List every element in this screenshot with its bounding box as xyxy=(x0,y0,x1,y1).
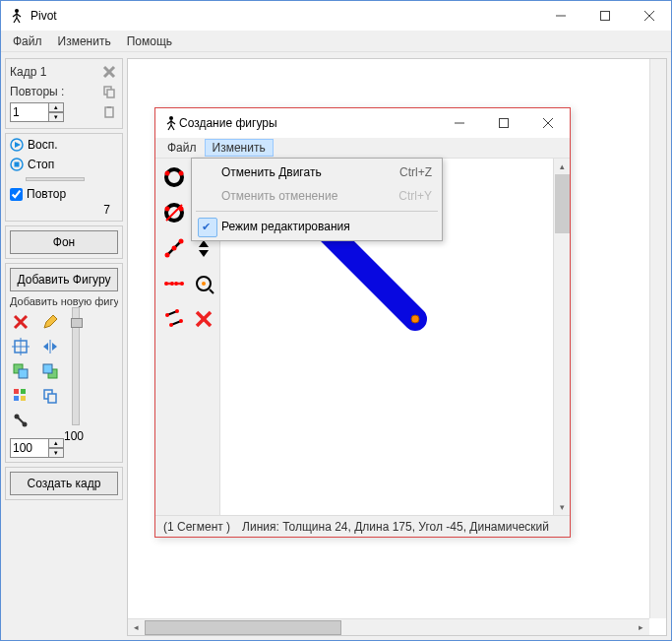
scroll-down-icon[interactable]: ▾ xyxy=(554,499,571,515)
opacity-slider[interactable] xyxy=(72,307,80,425)
tool-delete-seg-icon[interactable] xyxy=(193,308,214,330)
maximize-button[interactable] xyxy=(582,2,627,31)
child-menu-file[interactable]: Файл xyxy=(159,139,205,157)
svg-line-41 xyxy=(17,417,25,424)
edit-mode-label: Режим редактирования xyxy=(221,220,350,233)
child-statusbar: (1 Сегмент ) Линия: Толщина 24, Длина 17… xyxy=(155,515,570,537)
menu-edit[interactable]: Изменить xyxy=(50,32,119,50)
child-app-icon xyxy=(163,115,179,131)
main-title: Pivot xyxy=(31,9,538,23)
svg-point-70 xyxy=(170,282,174,286)
tool-front-icon[interactable] xyxy=(10,360,31,382)
menu-help[interactable]: Помощь xyxy=(119,32,180,50)
svg-marker-22 xyxy=(44,315,57,328)
tool-grid: ▴▾ xyxy=(10,311,64,458)
scale-input[interactable] xyxy=(10,438,49,458)
svg-rect-32 xyxy=(43,364,52,373)
status-line: Линия: Толщина 24, Длина 175, Угол -45, … xyxy=(242,520,549,534)
child-vscroll[interactable]: ▴ ▾ xyxy=(553,159,570,515)
tool-center-icon[interactable] xyxy=(10,336,31,357)
svg-rect-19 xyxy=(15,162,20,167)
canvas-hscroll[interactable]: ◂ ▸ xyxy=(128,618,649,635)
child-titlebar[interactable]: Создание фигуры xyxy=(155,108,570,138)
repeat-label: Повтор xyxy=(27,187,66,201)
tool-copy-icon[interactable] xyxy=(39,385,61,407)
close-button[interactable] xyxy=(627,2,671,31)
main-menubar: Файл Изменить Помощь xyxy=(1,31,671,52)
svg-point-81 xyxy=(179,319,183,323)
speed-slider[interactable] xyxy=(26,177,85,181)
repeats-input[interactable] xyxy=(10,102,49,122)
status-segments: (1 Сегмент ) xyxy=(163,520,230,534)
svg-rect-13 xyxy=(107,90,114,97)
child-menu-edit[interactable]: Изменить xyxy=(205,139,274,157)
play-label: Восп. xyxy=(28,138,58,152)
child-minimize-button[interactable] xyxy=(437,109,481,138)
svg-marker-26 xyxy=(43,343,48,351)
svg-point-78 xyxy=(165,313,169,317)
tool-static-icon[interactable] xyxy=(163,237,185,259)
main-titlebar[interactable]: Pivot xyxy=(1,1,671,31)
child-maximize-button[interactable] xyxy=(481,109,525,138)
child-title: Создание фигуры xyxy=(179,116,437,130)
redo-shortcut: Ctrl+Y xyxy=(398,189,432,203)
svg-rect-36 xyxy=(21,396,26,401)
tool-delete-icon[interactable] xyxy=(10,311,31,333)
tool-join-icon[interactable] xyxy=(10,410,31,431)
svg-rect-33 xyxy=(14,389,19,394)
svg-line-5 xyxy=(17,18,20,23)
svg-point-69 xyxy=(164,282,168,286)
scale-readout: 100 xyxy=(64,429,84,443)
check-icon: ✔ xyxy=(202,221,211,233)
edit-mode-item[interactable]: ✔ Режим редактирования xyxy=(194,215,440,238)
svg-marker-17 xyxy=(15,142,21,148)
repeat-checkbox[interactable] xyxy=(10,188,23,201)
tool-back-icon[interactable] xyxy=(39,360,61,382)
stop-button[interactable]: Стоп xyxy=(10,158,118,171)
window-buttons xyxy=(538,2,671,31)
left-panel: Кадр 1 Повторы : ▴▾ xyxy=(1,52,127,640)
tool-circle-icon[interactable] xyxy=(163,166,185,188)
undo-shortcut: Ctrl+Z xyxy=(399,165,432,179)
background-button[interactable]: Фон xyxy=(10,230,118,254)
dropdown-separator xyxy=(196,211,438,212)
add-figure-button[interactable]: Добавить Фигуру xyxy=(10,268,118,291)
tool-flip-icon[interactable] xyxy=(39,336,61,357)
svg-point-71 xyxy=(174,282,178,286)
tool-duplicate-icon[interactable] xyxy=(163,308,185,330)
svg-point-85 xyxy=(411,315,419,323)
undo-label: Отменить Двигать xyxy=(221,165,322,179)
svg-rect-49 xyxy=(499,119,508,128)
svg-point-54 xyxy=(179,171,184,176)
delete-frame-icon[interactable] xyxy=(100,63,118,81)
play-button[interactable]: Восп. xyxy=(10,138,118,152)
svg-point-72 xyxy=(180,282,184,286)
scale-spinner[interactable]: ▴▾ xyxy=(48,438,64,458)
child-close-button[interactable] xyxy=(525,109,570,138)
tool-edit-icon[interactable] xyxy=(39,311,61,333)
svg-point-53 xyxy=(165,171,170,176)
canvas-vscroll[interactable] xyxy=(649,59,666,618)
figure-panel: Добавить Фигуру Добавить новую фигуру xyxy=(5,263,123,463)
playback-panel: Восп. Стоп Повтор 7 xyxy=(5,133,123,222)
stop-icon xyxy=(10,158,24,171)
tool-toggle-icon[interactable] xyxy=(163,202,185,224)
menu-file[interactable]: Файл xyxy=(5,32,50,50)
tool-origin-icon[interactable] xyxy=(193,273,214,294)
scroll-up-icon[interactable]: ▴ xyxy=(554,159,571,174)
svg-rect-30 xyxy=(19,369,28,378)
create-frame-button[interactable]: Создать кадр xyxy=(10,472,118,495)
tool-color-icon[interactable] xyxy=(10,385,31,407)
svg-rect-7 xyxy=(600,12,609,21)
undo-item[interactable]: Отменить Двигать Ctrl+Z xyxy=(194,160,440,184)
redo-label: Отменить отменение xyxy=(221,189,337,203)
svg-rect-35 xyxy=(14,396,19,401)
repeats-spinner[interactable]: ▴▾ xyxy=(48,102,64,122)
tool-split-icon[interactable] xyxy=(163,273,185,294)
child-menubar: Файл Изменить xyxy=(155,138,570,159)
minimize-button[interactable] xyxy=(538,2,582,31)
svg-rect-14 xyxy=(105,107,113,117)
paste-frame-icon[interactable] xyxy=(100,103,118,121)
copy-frame-icon[interactable] xyxy=(100,83,118,100)
bg-panel: Фон xyxy=(5,225,123,259)
